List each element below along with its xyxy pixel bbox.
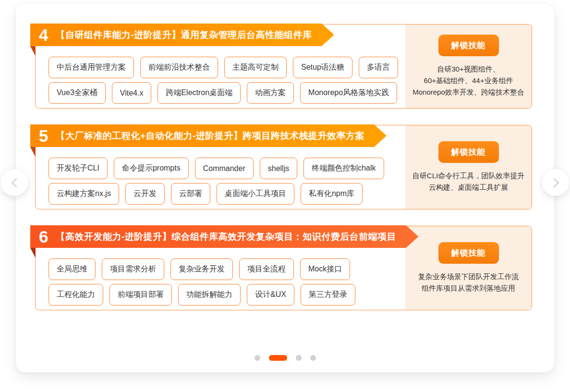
tag-row: 开发轮子CLI命令提示promptsCommandershelljs终端颜色控制… <box>49 158 384 179</box>
skill-tag: 复杂业务开发 <box>170 258 233 280</box>
tag-row: 云构建方案nx.js云开发云部署桌面端小工具项目私有化npm库 <box>49 183 384 205</box>
section-banner: 6 【高效开发能力-进阶提升】综合组件库高效开发复杂项目：知识付费后台前端项目 <box>30 225 418 248</box>
skill-tag: Vue3全家桶 <box>49 82 106 104</box>
carousel-prev-button[interactable] <box>1 169 28 196</box>
skills-panel: 解锁技能 自研CLI命令行工具，团队效率提升云构建、桌面端工具扩展 <box>405 125 532 209</box>
skill-line: 自研CLI命令行工具，团队效率提升 <box>412 170 524 182</box>
skill-tag: 桌面端小工具项目 <box>217 183 294 205</box>
section-banner: 4 【自研组件库能力-进阶提升】通用复杂管理后台高性能组件库 <box>30 24 334 46</box>
skill-tag: 项目需求分析 <box>102 258 164 280</box>
tag-row: Vue3全家桶Vite4.x跨端Electron桌面端动画方案Monorepo风… <box>49 82 398 104</box>
skill-tag: 前端项目部署 <box>109 284 172 306</box>
skill-tag: Mock接口 <box>300 258 350 280</box>
section-title: 【大厂标准的工程化+自动化能力-进阶提升】跨项目跨技术栈提升效率方案 <box>56 130 364 142</box>
tag-row: 中后台通用管理方案前端前沿技术整合主题高可定制Setup语法糖多语言 <box>49 57 398 78</box>
carousel-card: 4 【自研组件库能力-进阶提升】通用复杂管理后台高性能组件库 中后台通用管理方案… <box>16 4 554 372</box>
carousel-dot-active[interactable] <box>269 355 287 361</box>
carousel-dot[interactable] <box>296 355 302 361</box>
skill-tag: 开发轮子CLI <box>49 158 108 179</box>
skill-tag: 第三方登录 <box>301 284 355 306</box>
carousel-dots <box>16 355 554 361</box>
skills-panel: 解锁技能 自研30+视图组件、60+基础组件、44+业务组件Monorepo效率… <box>405 24 532 108</box>
unlock-skills-button[interactable]: 解锁技能 <box>438 141 499 163</box>
tag-list: 中后台通用管理方案前端前沿技术整合主题高可定制Setup语法糖多语言 Vue3全… <box>49 57 398 104</box>
skill-tag: Monorepo风格落地实践 <box>300 82 397 104</box>
course-section: 6 【高效开发能力-进阶提升】综合组件库高效开发复杂项目：知识付费后台前端项目 … <box>35 226 532 310</box>
skill-tag: 多语言 <box>359 57 398 78</box>
skill-tag: Vite4.x <box>112 82 152 104</box>
skill-line: 组件库项目从需求到落地应用 <box>418 282 519 294</box>
skill-line: Monorepo效率开发、跨端技术整合 <box>412 86 524 98</box>
banner-fold <box>30 46 36 56</box>
skills-panel: 解锁技能 复杂业务场景下团队开发工作流组件库项目从需求到落地应用 <box>405 226 532 310</box>
tag-list: 全局思维项目需求分析复杂业务开发项目全流程Mock接口 工程化能力前端项目部署功… <box>49 258 355 306</box>
tag-row: 全局思维项目需求分析复杂业务开发项目全流程Mock接口 <box>49 258 355 280</box>
skill-line: 自研30+视图组件、 <box>412 63 524 75</box>
skill-tag: 跨端Electron桌面端 <box>158 82 241 104</box>
course-carousel-page: 4 【自研组件库能力-进阶提升】通用复杂管理后台高性能组件库 中后台通用管理方案… <box>0 0 570 392</box>
skill-tag: shelljs <box>260 158 297 179</box>
skill-line: 复杂业务场景下团队开发工作流 <box>418 271 519 282</box>
section-number: 6 <box>39 228 48 245</box>
skill-tag: 功能拆解能力 <box>178 284 241 306</box>
section-list: 4 【自研组件库能力-进阶提升】通用复杂管理后台高性能组件库 中后台通用管理方案… <box>16 24 554 327</box>
tag-list: 开发轮子CLI命令提示promptsCommandershelljs终端颜色控制… <box>49 158 384 205</box>
chevron-left-icon <box>11 177 21 187</box>
section-number: 4 <box>39 26 48 43</box>
carousel-dot[interactable] <box>255 355 260 361</box>
skill-tag: Commander <box>195 158 254 179</box>
unlock-skills-button[interactable]: 解锁技能 <box>438 35 499 56</box>
skill-tag: 云部署 <box>171 183 210 205</box>
section-banner: 5 【大厂标准的工程化+自动化能力-进阶提升】跨项目跨技术栈提升效率方案 <box>30 124 387 147</box>
section-title: 【高效开发能力-进阶提升】综合组件库高效开发复杂项目：知识付费后台前端项目 <box>56 231 396 243</box>
tag-row: 工程化能力前端项目部署功能拆解能力设计&UX第三方登录 <box>49 284 355 306</box>
course-section: 5 【大厂标准的工程化+自动化能力-进阶提升】跨项目跨技术栈提升效率方案 开发轮… <box>35 125 532 209</box>
skill-tag: 前端前沿技术整合 <box>140 57 218 78</box>
carousel-next-button[interactable] <box>542 169 569 196</box>
section-number: 5 <box>39 127 48 144</box>
carousel-dot[interactable] <box>310 355 316 361</box>
skill-tag: 命令提示prompts <box>114 158 189 179</box>
skill-tag: 主题高可定制 <box>224 57 287 78</box>
banner-fold <box>30 147 36 157</box>
skill-tag: 工程化能力 <box>49 284 103 306</box>
skill-description: 自研30+视图组件、60+基础组件、44+业务组件Monorepo效率开发、跨端… <box>412 63 524 98</box>
banner-fold <box>30 248 36 258</box>
skill-tag: 项目全流程 <box>239 258 294 280</box>
skill-tag: 终端颜色控制chalk <box>303 158 384 179</box>
skill-tag: 云开发 <box>125 183 165 205</box>
skill-line: 60+基础组件、44+业务组件 <box>412 75 524 86</box>
skill-tag: 云构建方案nx.js <box>49 183 119 205</box>
skill-line: 云构建、桌面端工具扩展 <box>412 182 524 193</box>
unlock-skills-button[interactable]: 解锁技能 <box>438 242 499 264</box>
chevron-right-icon <box>549 177 559 187</box>
skill-tag: 设计&UX <box>247 284 294 306</box>
course-section: 4 【自研组件库能力-进阶提升】通用复杂管理后台高性能组件库 中后台通用管理方案… <box>35 24 532 109</box>
skill-tag: 动画方案 <box>247 82 294 104</box>
skill-description: 复杂业务场景下团队开发工作流组件库项目从需求到落地应用 <box>418 271 519 294</box>
skill-tag: 私有化npm库 <box>301 183 363 205</box>
skill-tag: 全局思维 <box>49 258 96 280</box>
skill-tag: 中后台通用管理方案 <box>49 57 134 78</box>
skill-tag: Setup语法糖 <box>293 57 352 78</box>
skill-description: 自研CLI命令行工具，团队效率提升云构建、桌面端工具扩展 <box>412 170 524 193</box>
section-title: 【自研组件库能力-进阶提升】通用复杂管理后台高性能组件库 <box>56 29 312 41</box>
